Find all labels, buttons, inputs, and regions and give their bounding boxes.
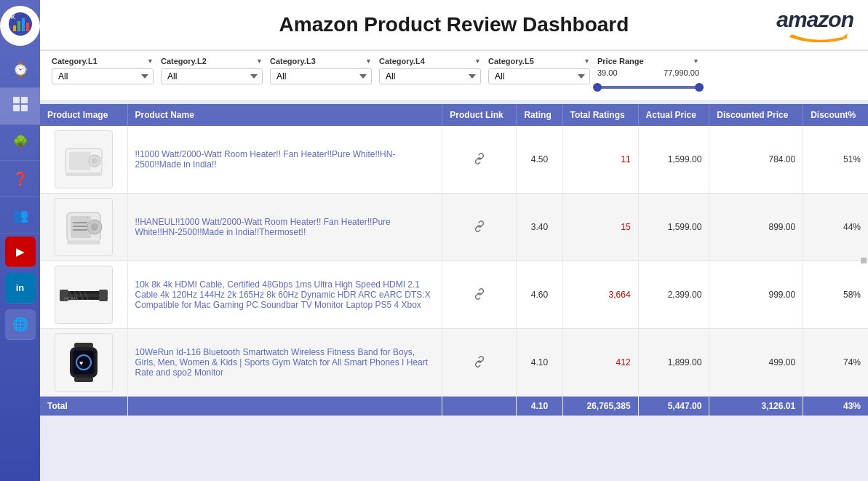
category-l1-label: Category.L1 [52, 57, 97, 65]
product-image [55, 130, 113, 188]
table-header-row: Product Image Product Name Product Link … [40, 104, 868, 126]
linkedin-icon: in [16, 282, 25, 293]
sidebar-item-web[interactable]: 🌐 [5, 309, 36, 340]
svg-text:K: K [11, 14, 15, 20]
product-name-cell: !!HANEUL!!1000 Watt/2000-Watt Room Heate… [127, 194, 442, 261]
product-link-cell[interactable] [442, 329, 517, 397]
main-content: Amazon Product Review Dashboard amazon C… [40, 0, 868, 481]
actual-price-cell: 2,399.00 [638, 261, 709, 329]
product-image-cell: HDMI [40, 261, 127, 329]
product-name: 10k 8k 4k HDMI Cable, Certified 48Gbps 1… [135, 279, 431, 310]
total-ratings-cell: 3,664 [562, 261, 638, 329]
product-name-cell: 10k 8k 4k HDMI Cable, Certified 48Gbps 1… [127, 261, 442, 329]
range-thumb-left[interactable] [593, 83, 602, 92]
link-icon [473, 152, 486, 165]
svg-rect-2 [17, 21, 20, 31]
sidebar-item-help[interactable]: ❓ [0, 161, 40, 197]
svg-rect-32 [74, 343, 93, 348]
category-l1-select[interactable]: All [52, 68, 154, 84]
total-label: Total [40, 397, 127, 416]
svg-rect-33 [74, 377, 93, 382]
range-thumb-right[interactable] [695, 83, 704, 92]
total-discounted-price: 3,126.01 [709, 397, 803, 416]
sidebar-item-tree[interactable]: 🌳 [0, 124, 40, 161]
discounted-price-cell: 784.00 [709, 126, 803, 194]
help-icon: ❓ [12, 171, 28, 187]
heater1-image [58, 134, 109, 185]
amazon-logo: amazon [776, 7, 853, 42]
svg-rect-8 [13, 105, 20, 111]
rating-cell: 4.10 [517, 329, 562, 397]
total-empty [127, 397, 442, 416]
filters-bar: Category.L1 ▼ All Category.L2 ▼ All Cate… [40, 51, 868, 101]
product-image-cell: ♥ [40, 329, 127, 397]
header: Amazon Product Review Dashboard amazon [40, 0, 868, 51]
table-container: Product Image Product Name Product Link … [40, 101, 868, 481]
sidebar-item-linkedin[interactable]: in [5, 273, 36, 303]
product-table: Product Image Product Name Product Link … [40, 104, 868, 416]
price-range-filter: Price Range ▼ 39.00 77,990.00 [597, 57, 699, 95]
discount-cell: 51% [803, 126, 868, 194]
sidebar-item-users[interactable]: 👥 [0, 197, 40, 234]
filter-category-l2: Category.L2 ▼ All [161, 57, 263, 84]
product-image: ♥ [55, 333, 113, 391]
col-product-name: Product Name [127, 104, 442, 126]
svg-rect-14 [65, 172, 102, 176]
product-link-cell[interactable] [442, 126, 517, 194]
rating-cell: 4.60 [517, 261, 562, 329]
product-image-cell [40, 126, 127, 194]
tree-icon: 🌳 [12, 135, 28, 151]
total-ratings-cell: 15 [562, 194, 638, 261]
amazon-text: amazon [776, 7, 853, 32]
svg-text:♥: ♥ [79, 359, 83, 367]
price-range-slider[interactable] [597, 80, 699, 95]
chevron-down-icon4: ▼ [474, 57, 481, 65]
svg-rect-19 [73, 222, 87, 223]
discounted-price-cell: 999.00 [709, 261, 803, 329]
discount-cell: 74% [803, 329, 868, 397]
youtube-icon: ▶ [16, 246, 24, 258]
heater2-image [58, 202, 109, 253]
range-fill [597, 86, 699, 89]
svg-rect-7 [21, 97, 28, 103]
table-row: HDMI 10k 8k 4k HDMI Cable, Certif [40, 261, 868, 329]
users-icon: 👥 [12, 207, 28, 223]
discount-cell: 58% [803, 261, 868, 329]
col-product-image: Product Image [40, 104, 127, 126]
product-link-cell[interactable] [442, 194, 517, 261]
rating-cell: 4.50 [517, 126, 562, 194]
scroll-indicator [861, 258, 867, 263]
filter-category-l4: Category.L4 ▼ All [379, 57, 481, 84]
sidebar-item-table[interactable] [0, 88, 40, 124]
total-ratings-cell: 412 [562, 329, 638, 397]
chevron-down-icon3: ▼ [365, 57, 372, 65]
svg-rect-20 [73, 226, 87, 227]
product-image-cell [40, 194, 127, 261]
category-l2-label: Category.L2 [161, 57, 207, 65]
price-range-values: 39.00 77,990.00 [597, 68, 699, 77]
product-name: 10WeRun Id-116 Bluetooth Smartwatch Wire… [135, 347, 429, 378]
sidebar-item-gauge[interactable]: ⌚ [0, 52, 40, 88]
table-icon [12, 96, 28, 116]
filter-category-l3: Category.L3 ▼ All [270, 57, 372, 84]
discount-cell: 44% [803, 194, 868, 261]
total-rating: 4.10 [517, 397, 562, 416]
sidebar-logo[interactable]: K [0, 6, 40, 46]
svg-rect-21 [73, 229, 87, 231]
link-icon [473, 287, 486, 301]
category-l4-select[interactable]: All [379, 68, 481, 84]
category-l5-label: Category.L5 [488, 57, 534, 65]
product-link-cell[interactable] [442, 261, 517, 329]
col-product-link: Product Link [442, 104, 517, 126]
watch-image: ♥ [58, 337, 109, 388]
svg-rect-1 [13, 25, 16, 31]
col-discounted-price: Discounted Price [709, 104, 803, 126]
category-l3-select[interactable]: All [270, 68, 372, 84]
category-l5-select[interactable]: All [488, 68, 590, 84]
table-row: ♥ 10WeRun Id-116 Bluetooth Smartwatch Wi… [40, 329, 868, 397]
svg-text:HDMI: HDMI [64, 296, 77, 301]
sidebar-item-youtube[interactable]: ▶ [5, 236, 36, 267]
category-l2-select[interactable]: All [161, 68, 263, 84]
svg-rect-26 [99, 290, 108, 301]
product-name-cell: 10WeRun Id-116 Bluetooth Smartwatch Wire… [127, 329, 442, 397]
